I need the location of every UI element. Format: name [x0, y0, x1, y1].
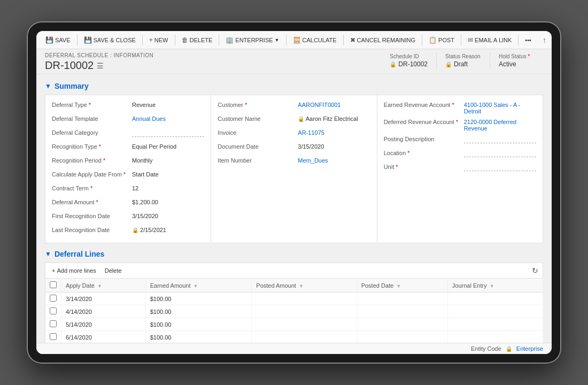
earned-revenue-value[interactable]: 4100-1000 Sales - A - Detroit — [464, 101, 536, 114]
lock-icon: 🔒 — [506, 346, 512, 352]
save-button[interactable]: 💾 SAVE — [42, 35, 74, 45]
menu-icon[interactable]: ☰ — [97, 61, 104, 70]
apply-date-header[interactable]: Apply Date ▼ — [61, 279, 146, 292]
page-header: DEFERRAL SCHEDULE : INFORMATION DR-10002… — [36, 49, 552, 74]
contract-term-label: Contract Term * — [52, 184, 132, 191]
unit-label: Unit * — [384, 163, 464, 170]
entity-code-value[interactable]: Enterprise — [516, 345, 543, 352]
delete-button[interactable]: 🗑 DELETE — [178, 35, 216, 45]
page-title-row: DR-10002 ☰ — [45, 59, 153, 72]
sort-icon: ▼ — [299, 283, 304, 289]
separator — [518, 35, 519, 45]
posted-amount-cell — [252, 331, 357, 343]
separator — [77, 35, 78, 45]
save-close-button[interactable]: 💾 SAVE & CLOSE — [80, 35, 140, 45]
item-number-label: Item Number — [218, 156, 298, 164]
post-button[interactable]: 📋 POST — [425, 35, 458, 45]
posted-amount-cell — [252, 292, 357, 305]
recognition-type-value: Equal Per Period — [132, 142, 204, 150]
schedule-id-label: Schedule ID — [390, 53, 428, 59]
deferral-template-value[interactable]: Annual Dues — [132, 114, 204, 122]
summary-col-3: Earned Revenue Account * 4100-1000 Sales… — [377, 95, 543, 243]
earned-amount-cell: $100.00 — [145, 331, 252, 343]
apply-date-cell: 3/14/2020 — [61, 292, 146, 305]
table-header-row: Apply Date ▼ Earned Amount ▼ Posted Amou… — [45, 279, 543, 292]
select-all-checkbox[interactable] — [50, 281, 57, 288]
summary-col-2: Customer * AARONFIT0001 Customer Name 🔒 … — [211, 95, 377, 243]
posted-date-header[interactable]: Posted Date ▼ — [357, 279, 447, 292]
refresh-button[interactable]: ↻ — [532, 266, 538, 275]
row-checkbox-cell[interactable] — [45, 305, 61, 318]
journal-entry-cell — [447, 305, 543, 318]
deferred-revenue-row: Deferred Revenue Account * 2120-0000 Def… — [384, 117, 536, 133]
enterprise-icon: 🏢 — [226, 36, 234, 44]
calc-apply-date-value: Start Date — [132, 170, 204, 178]
unit-row: Unit * — [384, 161, 536, 174]
earned-revenue-label: Earned Revenue Account * — [384, 101, 464, 108]
email-link-button[interactable]: ✉ EMAIL A LINK — [464, 35, 515, 45]
invoice-value[interactable]: AR-11075 — [298, 128, 370, 136]
delete-lines-button[interactable]: Delete — [103, 266, 124, 275]
lines-section-title: Deferral Lines — [55, 250, 104, 258]
lines-tbody: 3/14/2020 $100.00 4/14/2020 $100.00 5/14… — [45, 292, 543, 343]
earned-amount-header[interactable]: Earned Amount ▼ — [145, 279, 252, 292]
row-checkbox[interactable] — [50, 295, 57, 302]
add-lines-button[interactable]: + Add more lines — [50, 266, 98, 275]
deferral-template-label: Deferral Template — [52, 114, 132, 122]
summary-grid: Deferral Type * Revenue Deferral Templat… — [45, 95, 543, 243]
invoice-label: Invoice — [218, 128, 298, 136]
delete-icon: 🗑 — [182, 36, 188, 44]
status-reason-value: 🔒 Draft — [445, 60, 481, 68]
first-recognition-value: 3/15/2020 — [132, 212, 204, 219]
recognition-period-row: Recognition Period * Monthly — [52, 155, 204, 168]
email-icon: ✉ — [468, 36, 473, 44]
header-left: DEFERRAL SCHEDULE : INFORMATION DR-10002… — [45, 52, 153, 72]
item-number-value[interactable]: Mem_Dues — [298, 156, 370, 164]
more-icon: ••• — [525, 37, 531, 43]
screen: 💾 SAVE 💾 SAVE & CLOSE + NEW 🗑 DELETE 🏢 E — [36, 31, 552, 354]
row-checkbox[interactable] — [50, 320, 57, 327]
header-fields: Schedule ID 🔒 DR-10002 Status Reason 🔒 D… — [381, 52, 543, 69]
earned-amount-cell: $100.00 — [145, 305, 252, 318]
last-recognition-value: 🔒 2/15/2021 — [132, 226, 204, 233]
customer-label: Customer * — [218, 101, 298, 108]
row-checkbox[interactable] — [50, 307, 57, 314]
posted-amount-header[interactable]: Posted Amount ▼ — [252, 279, 357, 292]
select-all-header[interactable] — [45, 279, 61, 292]
posted-date-cell — [357, 318, 447, 331]
lines-toggle-icon[interactable]: ▼ — [45, 250, 51, 258]
customer-value[interactable]: AARONFIT0001 — [298, 101, 370, 108]
row-checkbox-cell[interactable] — [45, 318, 61, 331]
table-row: 5/14/2020 $100.00 — [45, 318, 543, 331]
cancel-icon: ✖ — [350, 36, 355, 44]
toolbar: 💾 SAVE 💾 SAVE & CLOSE + NEW 🗑 DELETE 🏢 E — [36, 31, 552, 49]
document-date-value: 3/15/2020 — [298, 142, 370, 150]
page-title: DR-10002 — [45, 59, 94, 72]
journal-entry-cell — [447, 292, 543, 305]
sort-icon: ▼ — [396, 283, 401, 289]
location-label: Location * — [384, 149, 464, 156]
summary-section-title: Summary — [55, 82, 89, 90]
save-close-icon: 💾 — [84, 36, 92, 44]
more-button[interactable]: ••• — [521, 35, 535, 45]
customer-name-value: 🔒 Aaron Fitz Electrical — [298, 114, 370, 122]
cancel-remaining-button[interactable]: ✖ CANCEL REMAINING — [346, 35, 420, 45]
lines-toolbar: + Add more lines Delete ↻ — [45, 263, 543, 278]
deferred-revenue-value[interactable]: 2120-0000 Deferred Revenue — [464, 118, 536, 132]
enterprise-button[interactable]: 🏢 ENTERPRISE ▼ — [222, 35, 283, 45]
lock-icon: 🔒 — [298, 116, 304, 122]
invoice-row: Invoice AR-11075 — [218, 127, 370, 140]
row-checkbox-cell[interactable] — [45, 331, 61, 343]
row-checkbox-cell[interactable] — [45, 292, 61, 305]
recognition-period-value: Monthly — [132, 156, 204, 164]
contract-term-value: 12 — [132, 184, 204, 191]
recognition-type-label: Recognition Type * — [52, 142, 132, 150]
row-checkbox[interactable] — [50, 333, 57, 340]
summary-toggle-icon[interactable]: ▼ — [45, 82, 51, 90]
calc-apply-date-label: Calculate Apply Date From * — [52, 170, 132, 178]
journal-entry-header[interactable]: Journal Entry ▼ — [447, 279, 543, 292]
sort-icon: ▼ — [194, 283, 198, 289]
new-button[interactable]: + NEW — [145, 35, 172, 45]
deferral-type-label: Deferral Type * — [52, 101, 132, 108]
calculate-button[interactable]: 🧮 CALCULATE — [289, 35, 341, 45]
